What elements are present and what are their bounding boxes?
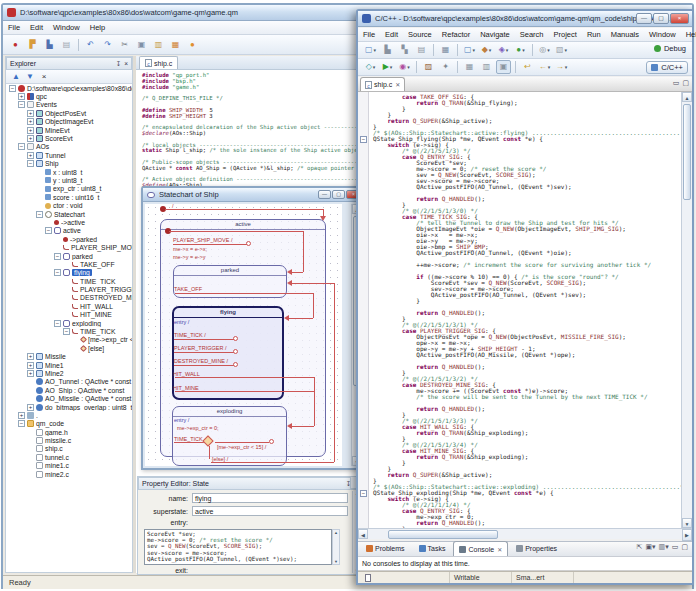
tree-item-game-h[interactable]: game.h [6, 428, 132, 436]
transition-label-player-ship-move[interactable]: PLAYER_SHIP_MOVE / [173, 237, 233, 243]
open-element-dropdown[interactable]: ◈▾ [496, 43, 511, 57]
run-dropdown[interactable]: ▶▾ [380, 60, 395, 74]
tree-item-tunnel[interactable]: +Tunnel [6, 151, 132, 159]
tree-item-missile-c[interactable]: missile.c [6, 436, 132, 444]
tree-item-mine2[interactable]: +Mine2 [6, 369, 132, 377]
debug-toolbar-item[interactable]: Debug [654, 44, 686, 53]
qm-editor-tab-shipc[interactable]: c ship.c [139, 56, 178, 69]
terminal-button[interactable]: ▨ [421, 60, 436, 74]
state-flying-entry-label[interactable]: entry / [174, 319, 189, 325]
editor-tab-shipc[interactable]: c ship.c ✕ [360, 77, 405, 91]
tree-item-mine1[interactable]: +Mine1 [6, 361, 132, 369]
toggle-block-selection-button[interactable]: ▥ [479, 60, 494, 74]
collapse-icon[interactable]: − [54, 269, 61, 276]
collapse-icon[interactable]: − [63, 328, 70, 335]
menu-file[interactable]: File [358, 28, 380, 41]
tree-item-ao-ship-qactive-const[interactable]: AO_Ship : QActive * const [6, 386, 132, 394]
fold-collapse-icon[interactable]: − [360, 136, 367, 143]
tree-item-y-uint8-t[interactable]: y : uint8_t [6, 176, 132, 184]
show-whitespace-toggle[interactable]: ▣ [496, 60, 511, 74]
tree-item-exploding[interactable]: −exploding [6, 319, 132, 327]
statechart-minimize-button[interactable]: — [318, 190, 331, 199]
expand-icon[interactable]: + [18, 412, 25, 419]
collapse-icon[interactable]: − [18, 420, 25, 427]
close-tab-icon[interactable]: ✕ [395, 81, 400, 88]
collapse-icon[interactable]: − [27, 160, 34, 167]
internal-transition-connector[interactable] [233, 336, 238, 341]
scroll-right-icon[interactable]: ▶ [682, 529, 692, 541]
perspective-cpp-button[interactable]: C/C++ [646, 61, 688, 74]
collapse-icon[interactable]: − [54, 253, 61, 260]
tree-item-hit-mine[interactable]: HIT_MINE [6, 311, 132, 319]
save-all-button[interactable]: ▚ [397, 43, 412, 57]
menu-source[interactable]: Source [403, 28, 437, 41]
transition-label-time-tick[interactable]: TIME_TICK / [174, 332, 206, 338]
entry-editor-scrollbar[interactable]: ▲ ▼ [332, 529, 340, 565]
new-dropdown[interactable]: ▢▾ [363, 43, 378, 57]
qm-logo-button[interactable]: ● [8, 38, 23, 52]
search-dropdown[interactable]: ◎▾ [537, 43, 552, 57]
minimize-button[interactable]: — [636, 13, 652, 24]
guard-label[interactable]: [me->exp_ctr < 15] / [217, 444, 266, 450]
transition-label-destroyed-mine[interactable]: DESTROYED_MINE / [174, 358, 228, 364]
transition-label-player-trigger[interactable]: PLAYER_TRIGGER / [174, 345, 226, 351]
tab-problems[interactable]: Problems [360, 541, 411, 556]
internal-transition-connector[interactable] [269, 439, 274, 444]
folding-gutter[interactable]: −− [358, 92, 369, 528]
tree-item-parked[interactable]: ->parked [6, 235, 132, 243]
internal-transition-connector[interactable] [233, 349, 238, 354]
tree-item-mineevt[interactable]: +MineEvt [6, 126, 132, 134]
paste-button[interactable]: ▥ [151, 38, 166, 52]
tree-item-else[interactable]: [else] [6, 344, 132, 352]
tab-tasks[interactable]: Tasks [413, 541, 452, 556]
tree-item-scoreevt[interactable]: +ScoreEvt [6, 134, 132, 142]
statechart-restore-button[interactable]: ▢ [332, 190, 345, 199]
move-up-button[interactable]: ▲ [10, 71, 22, 83]
expand-icon[interactable]: + [27, 135, 34, 142]
external-tools-dropdown[interactable]: ●▾ [513, 43, 528, 57]
internal-transition-connector[interactable] [233, 362, 238, 367]
tree-item-qm-code[interactable]: −qm_code [6, 420, 132, 428]
delete-node-button[interactable]: × [38, 71, 50, 83]
print-button[interactable]: ▤ [59, 38, 74, 52]
cut-button[interactable]: ✂ [117, 38, 132, 52]
menu-navigate[interactable]: Navigate [475, 28, 515, 41]
maximize-view-icon[interactable]: ▢ [682, 79, 689, 86]
name-field[interactable]: flying [192, 493, 348, 503]
tree-item-d-software-qpc-examples-80x8[interactable]: −D:\software\qpc\examples\80x86\dos\... [6, 84, 132, 92]
undo-button[interactable]: ↶ [83, 38, 98, 52]
export-button[interactable]: ● [185, 38, 200, 52]
expand-icon[interactable]: + [27, 404, 34, 411]
tab-properties[interactable]: Properties [510, 541, 563, 556]
last-edit-location-button[interactable]: ↩ [520, 60, 535, 74]
tree-item-player-trigger[interactable]: PLAYER_TRIGGER [6, 285, 132, 293]
explorer-tree[interactable]: −D:\software\qpc\examples\80x86\dos\...+… [6, 84, 132, 572]
tree-item-mine2-c[interactable]: mine2.c [6, 470, 132, 478]
collapse-icon[interactable]: − [18, 143, 25, 150]
redo-button[interactable]: ↷ [100, 38, 115, 52]
tree-item-[interactable]: +. [6, 411, 132, 419]
entry-action-editor[interactable]: ScoreEvt *sev;me->score = 0; /* reset th… [144, 529, 332, 565]
scroll-up-icon[interactable]: ▲ [682, 92, 692, 102]
tree-item-flying[interactable]: −flying [6, 269, 132, 277]
collapse-icon[interactable]: − [45, 227, 52, 234]
scroll-down-icon[interactable]: ▼ [333, 559, 339, 564]
tree-item-exp-ctr-uint8-t[interactable]: exp_ctr : uint8_t [6, 185, 132, 193]
expand-icon[interactable]: + [27, 152, 34, 159]
tree-item-x-uint8-t[interactable]: x : uint8_t [6, 168, 132, 176]
collapse-icon[interactable]: − [18, 101, 25, 108]
save-button[interactable]: ▙ [380, 43, 395, 57]
open-model-button[interactable]: ▛ [25, 38, 40, 52]
tree-item-mine1-c[interactable]: mine1.c [6, 462, 132, 470]
tree-item-ao-missile-qactive-const[interactable]: AO_Missile : QActive * const [6, 394, 132, 402]
menu-run[interactable]: Run [582, 28, 606, 41]
editor-horizontal-scrollbar[interactable]: ◀ ▶ [358, 528, 692, 539]
expand-icon[interactable]: + [27, 353, 34, 360]
move-down-button[interactable]: ▼ [24, 71, 36, 83]
tree-item-ao-tunnel-qactive-const[interactable]: AO_Tunnel : QActive * const [6, 378, 132, 386]
close-tab-icon[interactable]: ✕ [497, 546, 502, 553]
pin-console-icon[interactable]: ⇱ [637, 543, 643, 551]
statechart-canvas[interactable]: / active PLAYER_SHIP_MOVE / me->x = [145, 204, 342, 466]
tree-item-events[interactable]: −Events [6, 101, 132, 109]
menu-help[interactable]: Help [85, 21, 110, 34]
